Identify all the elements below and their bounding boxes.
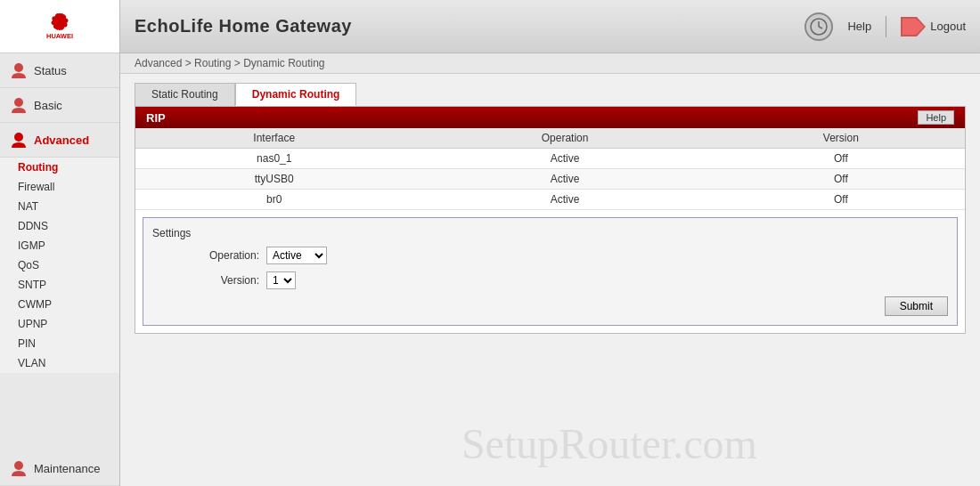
sidebar-item-vlan[interactable]: VLAN [0, 353, 119, 373]
sidebar-item-qos[interactable]: QoS [0, 255, 119, 275]
rip-table-body: nas0_1ActiveOffttyUSB0ActiveOffbr0Active… [135, 149, 965, 210]
settings-title: Settings [152, 227, 948, 239]
table-header-row: Interface Operation Version [135, 128, 965, 149]
breadcrumb-routing[interactable]: Routing [194, 57, 231, 69]
tab-dynamic-routing[interactable]: Dynamic Routing [235, 83, 357, 106]
cell-version: Off [717, 190, 965, 210]
header: EchoLife Home Gateway Help Logout [120, 0, 980, 53]
cell-operation: Active [412, 149, 716, 169]
svg-point-9 [14, 133, 23, 142]
sidebar-item-nat[interactable]: NAT [0, 197, 119, 216]
rip-table: Interface Operation Version nas0_1Active… [135, 128, 965, 210]
rip-title: RIP [146, 111, 166, 125]
sidebar-item-pin[interactable]: PIN [0, 334, 119, 353]
table-row: ttyUSB0ActiveOff [135, 169, 965, 190]
header-actions: Help Logout [804, 12, 966, 41]
cell-operation: Active [412, 169, 716, 190]
col-interface: Interface [135, 128, 412, 149]
sidebar-item-status[interactable]: Status [0, 53, 119, 88]
rip-panel: RIP Help Interface Operation Version nas… [135, 106, 966, 334]
sidebar-item-firewall[interactable]: Firewall [0, 177, 119, 197]
settings-box: Settings Operation: ActiveInactive Versi… [143, 217, 958, 326]
sidebar-item-ddns[interactable]: DDNS [0, 216, 119, 236]
sidebar-item-routing[interactable]: Routing [0, 158, 119, 177]
operation-label: Operation: [170, 249, 259, 262]
watermark: SetupRouter.com [461, 419, 757, 468]
col-version: Version [717, 128, 965, 149]
submit-button[interactable]: Submit [885, 296, 948, 316]
version-row: Version: 12 [152, 271, 948, 289]
breadcrumb-current: Dynamic Routing [243, 57, 324, 69]
table-row: nas0_1ActiveOff [135, 149, 965, 169]
cell-interface: nas0_1 [135, 149, 412, 169]
svg-marker-15 [902, 19, 924, 35]
cell-version: Off [717, 169, 965, 190]
sidebar-item-basic[interactable]: Basic [0, 88, 119, 123]
app-title: EchoLife Home Gateway [135, 16, 352, 36]
svg-text:HUAWEI: HUAWEI [46, 32, 73, 40]
advanced-icon [9, 130, 29, 150]
rip-header: RIP Help [135, 107, 965, 128]
version-select[interactable]: 12 [266, 271, 296, 289]
sidebar-item-upnp[interactable]: UPNP [0, 314, 119, 334]
sidebar-item-advanced[interactable]: Advanced [0, 123, 119, 158]
content: Static Routing Dynamic Routing RIP Help … [120, 74, 980, 486]
routing-tabs: Static Routing Dynamic Routing [135, 83, 966, 106]
huawei-logo: HUAWEI [33, 7, 86, 46]
clock-icon [804, 12, 833, 41]
cell-version: Off [717, 149, 965, 169]
table-row: br0ActiveOff [135, 190, 965, 210]
operation-select[interactable]: ActiveInactive [266, 247, 327, 264]
advanced-submenu: Routing Firewall NAT DDNS IGMP QoS SNTP … [0, 158, 119, 373]
sidebar-item-igmp[interactable]: IGMP [0, 236, 119, 255]
svg-point-8 [14, 98, 23, 107]
sidebar-item-sntp[interactable]: SNTP [0, 275, 119, 295]
basic-icon [9, 95, 29, 115]
col-operation: Operation [412, 128, 716, 149]
divider [886, 16, 886, 37]
sidebar: HUAWEI Status Basic Advanced Routing Fir… [0, 0, 120, 486]
submit-row: Submit [152, 296, 948, 316]
breadcrumb: Advanced > Routing > Dynamic Routing [120, 53, 980, 74]
logout-button[interactable]: Logout [930, 20, 966, 33]
cell-interface: ttyUSB0 [135, 169, 412, 190]
sidebar-item-maintenance[interactable]: Maintenance [0, 451, 119, 486]
logout-icon [901, 17, 926, 36]
rip-help-button[interactable]: Help [918, 110, 954, 125]
svg-point-7 [14, 63, 23, 72]
tab-static-routing[interactable]: Static Routing [135, 83, 235, 106]
svg-line-13 [819, 27, 822, 28]
maintenance-icon [9, 458, 29, 478]
version-label: Version: [170, 274, 259, 287]
status-icon [9, 61, 29, 80]
main-area: EchoLife Home Gateway Help Logout [120, 0, 980, 486]
logo-area: HUAWEI [0, 0, 119, 53]
logout-area: Logout [901, 17, 966, 36]
cell-interface: br0 [135, 190, 412, 210]
sidebar-item-cwmp[interactable]: CWMP [0, 295, 119, 314]
help-button[interactable]: Help [847, 20, 871, 33]
cell-operation: Active [412, 190, 716, 210]
operation-row: Operation: ActiveInactive [152, 247, 948, 264]
breadcrumb-advanced[interactable]: Advanced [135, 57, 182, 69]
svg-point-10 [14, 461, 23, 470]
